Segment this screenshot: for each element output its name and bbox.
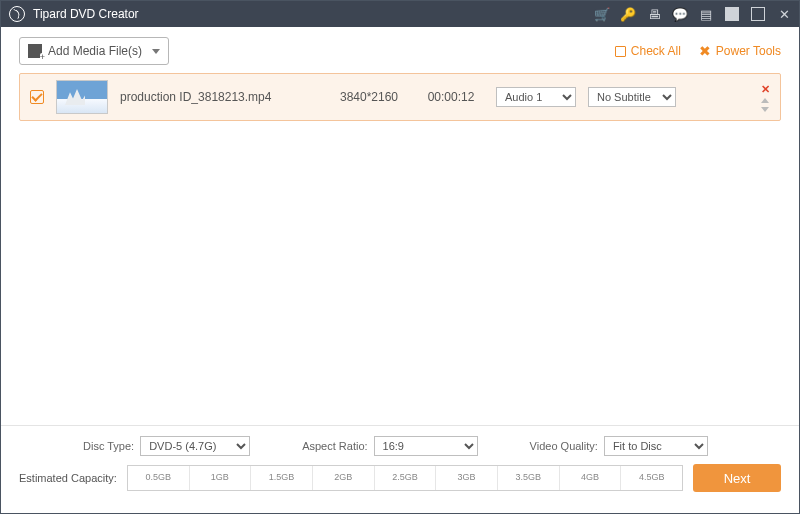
tick-label: 0.5GB <box>128 472 189 482</box>
capacity-bar: 0.5GB 1GB 1.5GB 2GB 2.5GB 3GB 3.5GB 4GB … <box>127 465 683 491</box>
capacity-label: Estimated Capacity: <box>19 472 117 484</box>
maximize-icon[interactable] <box>751 7 765 21</box>
disc-type-label: Disc Type: <box>83 440 134 452</box>
checkbox-icon <box>615 46 626 57</box>
row-controls: ✕ <box>761 83 770 112</box>
app-logo-icon <box>9 6 25 22</box>
video-quality-label: Video Quality: <box>530 440 598 452</box>
app-title: Tipard DVD Creator <box>33 7 595 21</box>
aspect-ratio-select[interactable]: 16:9 <box>374 436 478 456</box>
check-all-button[interactable]: Check All <box>615 44 681 58</box>
chat-icon[interactable]: 💬 <box>673 7 687 21</box>
toolbar: Add Media File(s) Check All ✖ Power Tool… <box>1 27 799 73</box>
tick-label: 2GB <box>313 472 374 482</box>
delete-icon[interactable]: ✕ <box>761 83 770 96</box>
audio-track-select[interactable]: Audio 1 <box>496 87 576 107</box>
bottom-panel: Disc Type: DVD-5 (4.7G) Aspect Ratio: 16… <box>1 425 799 504</box>
minimize-icon[interactable] <box>725 7 739 21</box>
video-quality-select[interactable]: Fit to Disc <box>604 436 708 456</box>
power-tools-label: Power Tools <box>716 44 781 58</box>
titlebar: Tipard DVD Creator 🛒 🔑 🖶 💬 ▤ ✕ <box>1 1 799 27</box>
video-thumbnail <box>56 80 108 114</box>
capacity-row: Estimated Capacity: 0.5GB 1GB 1.5GB 2GB … <box>19 464 781 492</box>
tick-label: 4GB <box>560 472 621 482</box>
tick-label: 4.5GB <box>621 472 682 482</box>
table-row[interactable]: production ID_3818213.mp4 3840*2160 00:0… <box>19 73 781 121</box>
subtitle-select[interactable]: No Subtitle <box>588 87 676 107</box>
add-media-button[interactable]: Add Media File(s) <box>19 37 169 65</box>
cart-icon[interactable]: 🛒 <box>595 7 609 21</box>
close-icon[interactable]: ✕ <box>777 7 791 21</box>
titlebar-controls: 🛒 🔑 🖶 💬 ▤ ✕ <box>595 7 791 21</box>
power-tools-button[interactable]: ✖ Power Tools <box>699 43 781 59</box>
reorder-icon[interactable] <box>761 98 770 112</box>
tick-label: 3GB <box>436 472 497 482</box>
file-resolution: 3840*2160 <box>332 90 406 104</box>
file-duration: 00:00:12 <box>418 90 484 104</box>
tick-label: 3.5GB <box>498 472 559 482</box>
file-list: production ID_3818213.mp4 3840*2160 00:0… <box>1 73 799 425</box>
chevron-down-icon <box>152 49 160 54</box>
check-all-label: Check All <box>631 44 681 58</box>
aspect-ratio-label: Aspect Ratio: <box>302 440 367 452</box>
add-file-icon <box>28 44 42 58</box>
tick-label: 1GB <box>190 472 251 482</box>
menu-icon[interactable]: ▤ <box>699 7 713 21</box>
tick-label: 1.5GB <box>251 472 312 482</box>
row-checkbox[interactable] <box>30 90 44 104</box>
disc-type-select[interactable]: DVD-5 (4.7G) <box>140 436 250 456</box>
key-icon[interactable]: 🔑 <box>621 7 635 21</box>
add-media-label: Add Media File(s) <box>48 44 142 58</box>
next-button[interactable]: Next <box>693 464 781 492</box>
output-settings-row: Disc Type: DVD-5 (4.7G) Aspect Ratio: 16… <box>19 436 781 456</box>
capacity-ticks: 0.5GB 1GB 1.5GB 2GB 2.5GB 3GB 3.5GB 4GB … <box>128 466 682 490</box>
tick-label: 2.5GB <box>375 472 436 482</box>
file-name: production ID_3818213.mp4 <box>120 90 320 104</box>
tools-icon: ✖ <box>699 43 711 59</box>
print-icon[interactable]: 🖶 <box>647 7 661 21</box>
